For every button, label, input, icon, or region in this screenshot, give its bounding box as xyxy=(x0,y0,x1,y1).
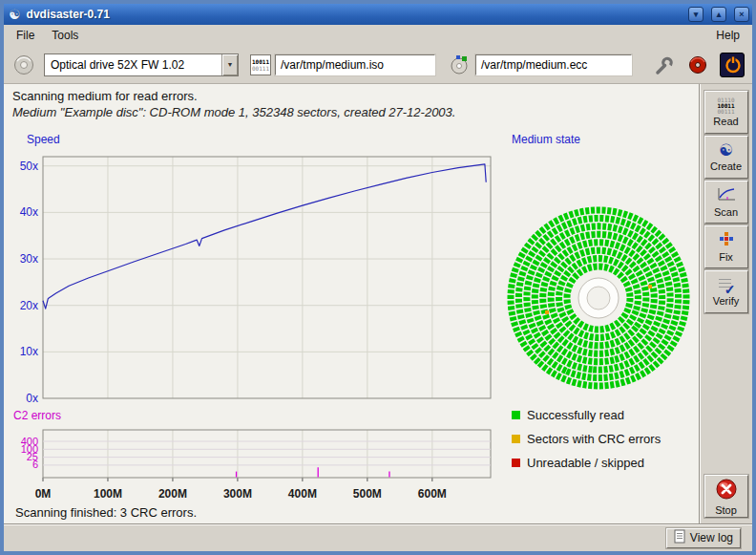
app-icon: ☯ xyxy=(9,8,21,21)
stop-button[interactable]: Stop xyxy=(704,475,748,518)
chevron-down-icon[interactable]: ▼ xyxy=(221,54,238,75)
drive-select[interactable]: Optical drive 52X FW 1.02 ▼ xyxy=(44,53,239,76)
menu-file[interactable]: File xyxy=(8,27,43,44)
speed-and-c2-charts: 0x10x20x30x40x50x0M100M200M300M400M500M6… xyxy=(4,153,502,508)
scan-result-line: Scanning finished: 3 CRC errors. xyxy=(15,505,197,520)
fix-sectors-icon xyxy=(717,231,736,250)
ecc-file-input[interactable]: /var/tmp/medium.ecc xyxy=(475,54,632,75)
drive-select-value: Optical drive 52X FW 1.02 xyxy=(45,54,221,75)
quit-power-button[interactable] xyxy=(720,53,745,77)
create-button[interactable]: ☯ Create xyxy=(704,136,748,179)
svg-text:200M: 200M xyxy=(158,487,187,501)
legend-label: Sectors with CRC errors xyxy=(527,432,661,446)
svg-text:20x: 20x xyxy=(20,299,38,312)
log-page-icon xyxy=(674,529,685,546)
stop-x-icon xyxy=(715,478,738,503)
verify-check-icon: ✓ xyxy=(717,278,736,294)
svg-text:40x: 40x xyxy=(20,205,38,219)
yin-yang-icon: ☯ xyxy=(719,142,733,160)
legend-item: Successfully read xyxy=(512,403,661,427)
maximize-button[interactable]: ▴ xyxy=(711,7,726,22)
svg-text:600M: 600M xyxy=(418,487,447,501)
preferences-wrench-button[interactable] xyxy=(651,53,676,77)
svg-text:10x: 10x xyxy=(20,345,38,358)
svg-text:0x: 0x xyxy=(26,392,38,405)
close-button[interactable]: × xyxy=(734,7,749,22)
window-title: dvdisaster-0.71 xyxy=(27,8,681,21)
svg-text:50x: 50x xyxy=(20,160,38,173)
medium-state-legend: Successfully readSectors with CRC errors… xyxy=(512,403,661,475)
svg-text:500M: 500M xyxy=(353,487,382,501)
drive-icon xyxy=(11,53,36,77)
medium-info-line: Medium "Example disc": CD-ROM mode 1, 35… xyxy=(12,105,455,119)
svg-text:400M: 400M xyxy=(288,487,317,501)
help-disc-button[interactable] xyxy=(685,53,710,77)
legend-swatch xyxy=(512,459,520,467)
fix-button[interactable]: Fix xyxy=(704,225,748,268)
read-button[interactable]: 01110 10011 00111 Read xyxy=(704,91,748,134)
action-sidebar: 01110 10011 00111 Read ☯ Create xyxy=(699,84,752,523)
legend-label: Successfully read xyxy=(527,408,624,422)
medium-state-title: Medium state xyxy=(512,133,580,146)
menu-help[interactable]: Help xyxy=(707,27,748,44)
svg-text:0M: 0M xyxy=(35,487,52,501)
legend-label: Unreadable / skipped xyxy=(527,456,644,470)
statusbar: View log xyxy=(4,523,752,551)
speed-chart-title: Speed xyxy=(27,133,60,146)
svg-text:6: 6 xyxy=(32,459,38,470)
minimize-button[interactable]: ▾ xyxy=(688,7,704,22)
work-area: Scanning medium for read errors. Medium … xyxy=(4,84,699,523)
ecc-file-icon xyxy=(447,53,472,77)
scan-button[interactable]: Scan xyxy=(704,181,748,224)
status-line: Scanning medium for read errors. xyxy=(12,89,198,103)
svg-text:30x: 30x xyxy=(20,252,38,266)
titlebar: ☯ dvdisaster-0.71 ▾ ▴ × xyxy=(4,4,752,25)
legend-swatch xyxy=(512,435,520,443)
legend-swatch xyxy=(512,411,520,419)
menubar: File Tools Help xyxy=(4,25,752,46)
scan-curve-icon xyxy=(716,186,737,205)
medium-state-disc xyxy=(503,203,694,394)
svg-text:300M: 300M xyxy=(223,487,252,501)
iso-image-icon: 10011 00111 xyxy=(250,54,271,75)
verify-button[interactable]: ✓ Verify xyxy=(704,270,748,313)
legend-item: Unreadable / skipped xyxy=(512,451,661,475)
app-window: ☯ dvdisaster-0.71 ▾ ▴ × File Tools Help … xyxy=(0,0,756,555)
iso-file-input[interactable]: /var/tmp/medium.iso xyxy=(275,54,435,75)
svg-text:100M: 100M xyxy=(94,487,122,501)
legend-item: Sectors with CRC errors xyxy=(512,427,661,451)
menu-tools[interactable]: Tools xyxy=(43,27,87,44)
view-log-button[interactable]: View log xyxy=(666,528,741,548)
read-binary-icon: 01110 10011 00111 xyxy=(717,97,734,115)
toolbar: Optical drive 52X FW 1.02 ▼ 10011 00111 … xyxy=(4,46,752,84)
